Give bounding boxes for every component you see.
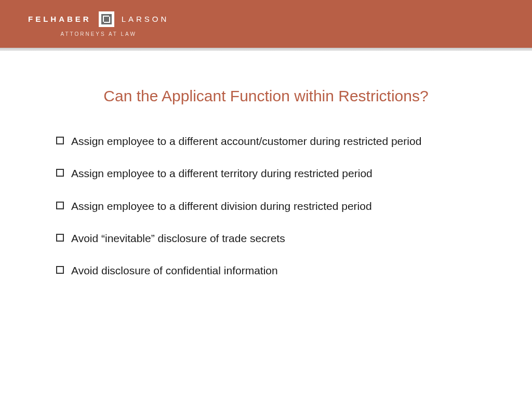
brand-name-left: FELHABER [28, 15, 91, 23]
bullet-text: Avoid disclosure of confidential informa… [71, 263, 278, 278]
logo-top-row: FELHABER LARSON [28, 11, 169, 27]
checkbox-icon [56, 169, 64, 177]
brand-name-right: LARSON [122, 15, 169, 23]
list-item: Avoid “inevitable” disclosure of trade s… [56, 231, 476, 246]
checkbox-icon [56, 266, 64, 274]
brand-tagline: ATTORNEYS AT LAW [61, 31, 137, 37]
bullet-list: Assign employee to a different account/c… [56, 134, 476, 278]
list-item: Avoid disclosure of confidential informa… [56, 263, 476, 278]
brand-mark-icon [99, 11, 114, 27]
list-item: Assign employee to a different territory… [56, 166, 476, 181]
slide-title: Can the Applicant Function within Restri… [56, 87, 476, 105]
list-item: Assign employee to a different account/c… [56, 134, 476, 149]
bullet-text: Assign employee to a different division … [71, 199, 372, 214]
bullet-text: Avoid “inevitable” disclosure of trade s… [71, 231, 285, 246]
checkbox-icon [56, 234, 64, 242]
checkbox-icon [56, 202, 64, 209]
header-band: FELHABER LARSON ATTORNEYS AT LAW [0, 0, 532, 48]
slide-content: Can the Applicant Function within Restri… [0, 51, 532, 278]
bullet-text: Assign employee to a different territory… [71, 166, 373, 181]
checkbox-icon [56, 137, 64, 144]
list-item: Assign employee to a different division … [56, 199, 476, 214]
logo-block: FELHABER LARSON ATTORNEYS AT LAW [28, 11, 169, 37]
bullet-text: Assign employee to a different account/c… [71, 134, 421, 149]
